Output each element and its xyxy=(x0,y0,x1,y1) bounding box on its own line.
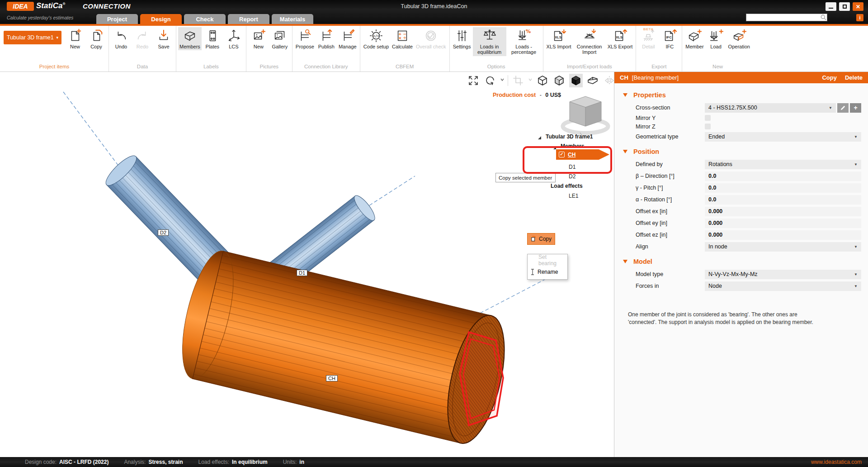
status-bar: Design code: AISC - LRFD (2022) Analysis… xyxy=(0,457,868,467)
align-dropdown[interactable]: In node▼ xyxy=(705,242,861,252)
tree-item-d1[interactable]: D1 xyxy=(569,164,576,170)
hidden-line-view-button[interactable] xyxy=(552,74,566,87)
rotate-view-button[interactable] xyxy=(483,74,497,87)
svg-text:%: % xyxy=(525,28,530,34)
search-input[interactable] xyxy=(746,14,820,20)
code-setup-gear-icon: </> xyxy=(368,28,384,43)
tree-root-expander[interactable] xyxy=(538,134,541,141)
collapse-triangle-icon[interactable] xyxy=(623,93,627,97)
units-label: Units: xyxy=(283,459,297,465)
website-link[interactable]: www.ideastatica.com xyxy=(811,459,862,465)
panel-delete-button[interactable]: Delete xyxy=(845,74,863,81)
tab-check[interactable]: Check xyxy=(184,14,226,24)
collapse-triangle-icon[interactable] xyxy=(623,150,627,153)
new-load-button[interactable]: Load xyxy=(706,27,726,50)
load-effects-value: In equilibrium xyxy=(232,459,268,465)
new-member-button[interactable]: Member xyxy=(684,27,705,50)
viewport-3d-scene[interactable] xyxy=(0,72,614,457)
member-label-d1[interactable]: D1 xyxy=(297,270,307,276)
tab-design[interactable]: Design xyxy=(140,14,182,24)
geometrical-type-dropdown[interactable]: Ended▼ xyxy=(705,132,861,142)
cross-section-dropdown[interactable]: 4 - HSS12.75X.500▼ xyxy=(705,103,836,113)
ifc-export-button[interactable]: IFC IFC xyxy=(659,27,680,50)
navigation-cube[interactable] xyxy=(560,93,612,138)
member-label-ch[interactable]: CH xyxy=(326,375,338,381)
offset-ex-input[interactable]: 0.000 xyxy=(705,207,861,216)
tree-item-le1[interactable]: LE1 xyxy=(569,193,578,199)
collapse-triangle-icon[interactable] xyxy=(623,260,627,263)
search-box[interactable] xyxy=(746,14,827,21)
tree-item-ch-selected[interactable]: ✓ CH xyxy=(556,149,609,160)
transparent-view-button[interactable] xyxy=(586,74,599,87)
plates-labels-button[interactable]: Plates xyxy=(202,27,223,50)
tree-item-members[interactable]: Members xyxy=(561,143,585,149)
settings-button[interactable]: Settings xyxy=(452,27,472,50)
context-menu-copy[interactable]: Copy xyxy=(527,233,555,245)
rotate-view-chevron-icon[interactable] xyxy=(500,74,505,87)
panel-copy-button[interactable]: Copy xyxy=(822,74,837,81)
loads-in-equilibrium-button[interactable]: Loads in equilibrium xyxy=(473,27,506,56)
tab-report[interactable]: Report xyxy=(228,14,269,24)
edit-cross-section-button[interactable] xyxy=(837,103,849,113)
ribbon-tabs: Project Design Check Report Materials xyxy=(96,14,313,24)
info-button[interactable]: i xyxy=(856,14,863,21)
ch-checkbox[interactable]: ✓ xyxy=(559,152,565,157)
viewport-3d[interactable]: Production cost - 0 US$ D2 D1 CH Tubular… xyxy=(0,72,614,457)
code-setup-button[interactable]: </> Code setup xyxy=(362,27,390,50)
forces-in-dropdown[interactable]: Node▼ xyxy=(705,281,861,291)
xls-export-icon: XLS xyxy=(612,28,627,43)
tab-materials[interactable]: Materials xyxy=(272,14,313,24)
mirror-y-checkbox[interactable] xyxy=(705,115,711,121)
close-button[interactable]: ✕ xyxy=(853,2,863,11)
ribbon-group-data: Undo Redo Save Data xyxy=(109,26,176,71)
defined-by-dropdown[interactable]: Rotations▼ xyxy=(705,160,861,169)
gallery-button[interactable]: Gallery xyxy=(269,27,290,50)
offset-ey-input[interactable]: 0.000 xyxy=(705,219,861,228)
panel-member-name: CH xyxy=(620,74,628,81)
project-item-selector[interactable]: Tubular 3D frame1 ▾ xyxy=(4,31,61,44)
add-cross-section-button[interactable]: + xyxy=(850,103,861,113)
member-label-d2[interactable]: D2 xyxy=(158,229,169,236)
tree-members-expander[interactable] xyxy=(553,144,556,151)
tree-item-project[interactable]: Tubular 3D frame1 xyxy=(546,133,593,140)
beta-direction-input[interactable]: 0.0 xyxy=(705,172,861,181)
svg-text:XLS: XLS xyxy=(555,35,561,39)
copy-project-item-button[interactable]: Copy xyxy=(86,27,107,50)
calculate-button[interactable]: + −× ÷ Calculate xyxy=(391,27,414,50)
alpha-rotation-input[interactable]: 0.0 xyxy=(705,195,861,205)
propose-button[interactable]: Propose xyxy=(294,27,316,50)
solid-view-button[interactable] xyxy=(569,74,583,87)
tree-item-d2[interactable]: D2 xyxy=(569,173,576,180)
loads-percentage-button[interactable]: % Loads - percentage xyxy=(507,27,541,56)
group-label-data: Data xyxy=(111,63,174,71)
members-labels-button[interactable]: Members xyxy=(178,27,202,50)
save-button[interactable]: Save xyxy=(153,27,174,50)
lcs-button[interactable]: LCS xyxy=(223,27,244,50)
new-operation-button[interactable]: Operation xyxy=(727,27,751,50)
member-ch-tube[interactable] xyxy=(172,246,515,449)
mirror-view-button xyxy=(603,74,614,87)
xls-import-button[interactable]: XLS XLS Import xyxy=(545,27,573,50)
tree-item-load-effects[interactable]: Load effects xyxy=(551,183,583,189)
gamma-pitch-input[interactable]: 0.0 xyxy=(705,183,861,193)
minimize-button[interactable] xyxy=(826,2,836,11)
maximize-button[interactable] xyxy=(839,2,850,11)
offset-ez-input[interactable]: 0.000 xyxy=(705,230,861,240)
manage-button[interactable]: Manage xyxy=(337,27,358,50)
minimize-icon xyxy=(829,8,833,9)
new-project-item-button[interactable]: New xyxy=(65,27,85,50)
redo-button: Redo xyxy=(132,27,153,50)
mirror-z-checkbox[interactable] xyxy=(705,124,711,129)
model-type-dropdown[interactable]: N-Vy-Vz-Mx-My-Mz▼ xyxy=(705,270,861,279)
tree-item-ch-label[interactable]: CH xyxy=(568,152,576,158)
new-picture-button[interactable]: New xyxy=(248,27,269,50)
zoom-fit-button[interactable] xyxy=(467,74,480,87)
publish-button[interactable]: Publish xyxy=(316,27,337,50)
xls-export-button[interactable]: XLS XLS Export xyxy=(606,27,634,50)
undo-button[interactable]: Undo xyxy=(111,27,132,50)
context-menu-rename[interactable]: Rename xyxy=(528,266,567,278)
connection-import-button[interactable]: Connection Import xyxy=(573,27,606,56)
tab-project[interactable]: Project xyxy=(96,14,138,24)
connection-import-icon xyxy=(582,28,597,43)
wireframe-view-button[interactable] xyxy=(536,74,549,87)
